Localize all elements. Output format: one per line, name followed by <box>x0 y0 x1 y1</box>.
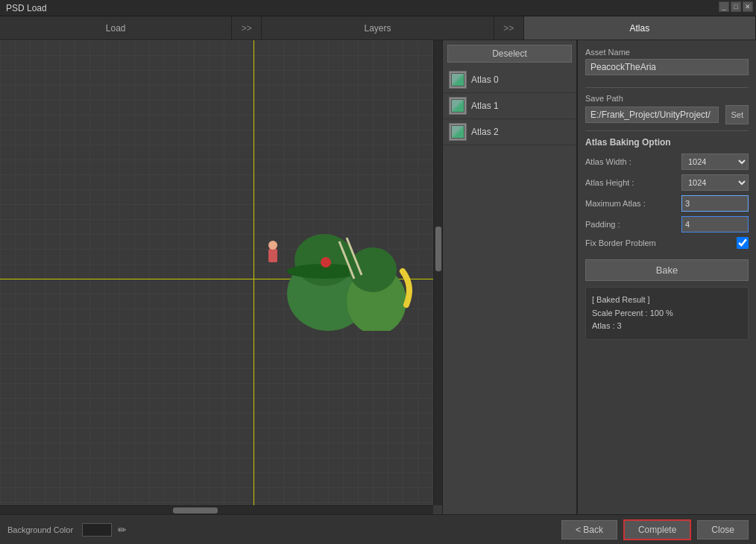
arrow-2: >> <box>494 16 524 39</box>
atlas-item-1[interactable]: Atlas 1 <box>443 93 576 119</box>
set-button[interactable]: Set <box>725 105 749 124</box>
bg-color-swatch[interactable] <box>82 523 112 537</box>
asset-name-input[interactable] <box>585 59 749 75</box>
v-scroll-thumb[interactable] <box>435 227 441 271</box>
padding-input[interactable] <box>681 216 749 233</box>
asset-name-label: Asset Name <box>585 48 749 57</box>
h-scroll-thumb[interactable] <box>173 507 218 513</box>
max-atlas-label: Maximum Atlas : <box>585 199 681 208</box>
right-panel: Asset Name Save Path Set Atlas Baking Op… <box>577 40 756 514</box>
fix-border-row: Fix Border Problem <box>585 237 749 249</box>
baked-result-label: [ Baked Result ] <box>592 294 742 307</box>
atlas-baking-title: Atlas Baking Option <box>585 137 749 148</box>
divider-2 <box>585 130 749 131</box>
close-title-button[interactable]: ✕ <box>743 1 753 12</box>
atlas-width-select[interactable]: 1024 512 2048 <box>681 154 749 170</box>
vertical-scrollbar[interactable] <box>433 40 442 505</box>
atlas-item-0[interactable]: Atlas 0 <box>443 67 576 93</box>
tab-layers[interactable]: Layers <box>262 16 494 39</box>
baked-scale-label: Scale Percent : 100 % <box>592 307 742 320</box>
canvas-inner <box>0 40 442 514</box>
atlas-2-label: Atlas 2 <box>471 127 499 137</box>
save-path-label: Save Path <box>585 94 749 103</box>
bottom-bar: Background Color ✏ < Back Complete Close <box>0 514 756 544</box>
padding-row: Padding : <box>585 216 749 233</box>
atlas-1-label: Atlas 1 <box>471 101 499 111</box>
fix-border-checkbox[interactable] <box>737 237 749 249</box>
atlas-1-icon <box>449 97 467 115</box>
back-button[interactable]: < Back <box>561 520 617 540</box>
vertical-guide <box>253 40 254 514</box>
maximize-button[interactable]: □ <box>731 1 741 12</box>
svg-point-9 <box>268 241 277 250</box>
divider-1 <box>585 87 749 88</box>
atlas-width-label: Atlas Width : <box>585 157 681 166</box>
title-bar-controls: _ □ ✕ <box>719 1 753 12</box>
bg-color-label: Background Color <box>7 525 73 534</box>
svg-point-4 <box>349 247 397 292</box>
tab-load[interactable]: Load <box>0 16 232 39</box>
save-path-input[interactable] <box>585 107 719 123</box>
svg-rect-8 <box>268 249 277 262</box>
close-button[interactable]: Close <box>697 520 749 540</box>
save-path-row: Set <box>585 105 749 124</box>
atlas-0-icon <box>449 71 467 89</box>
atlas-height-row: Atlas Height : 1024 512 2048 <box>585 174 749 191</box>
atlas-0-label: Atlas 0 <box>471 75 499 85</box>
workflow-tabs: Load >> Layers >> Atlas <box>0 16 756 40</box>
baked-atlas-label: Atlas : 3 <box>592 320 742 333</box>
horizontal-scrollbar[interactable] <box>0 505 433 514</box>
eyedropper-icon[interactable]: ✏ <box>118 524 127 536</box>
canvas-area[interactable] <box>0 40 443 514</box>
complete-button[interactable]: Complete <box>623 519 691 540</box>
title-text: PSD Load <box>6 3 47 13</box>
max-atlas-input[interactable] <box>681 195 749 212</box>
tab-atlas[interactable]: Atlas <box>524 16 756 39</box>
atlas-2-icon <box>449 123 467 141</box>
minimize-button[interactable]: _ <box>719 1 729 12</box>
max-atlas-row: Maximum Atlas : <box>585 195 749 212</box>
deselect-button[interactable]: Deselect <box>447 45 572 63</box>
atlas-item-2[interactable]: Atlas 2 <box>443 119 576 145</box>
atlas-width-row: Atlas Width : 1024 512 2048 <box>585 154 749 170</box>
padding-label: Padding : <box>585 220 681 229</box>
arrow-1: >> <box>232 16 262 39</box>
fix-border-label: Fix Border Problem <box>585 238 737 247</box>
svg-point-5 <box>321 257 331 268</box>
main-area: Deselect Atlas 0 Atlas 1 Atlas 2 Asset N… <box>0 40 756 514</box>
atlas-height-select[interactable]: 1024 512 2048 <box>681 174 749 191</box>
fix-border-checkbox-wrapper <box>737 237 749 249</box>
atlas-height-label: Atlas Height : <box>585 178 681 187</box>
baked-result-panel: [ Baked Result ] Scale Percent : 100 % A… <box>585 287 749 340</box>
sprite-display <box>261 219 418 331</box>
title-bar: PSD Load _ □ ✕ <box>0 0 756 16</box>
bake-button[interactable]: Bake <box>585 259 749 281</box>
atlas-panel: Deselect Atlas 0 Atlas 1 Atlas 2 <box>443 40 577 514</box>
